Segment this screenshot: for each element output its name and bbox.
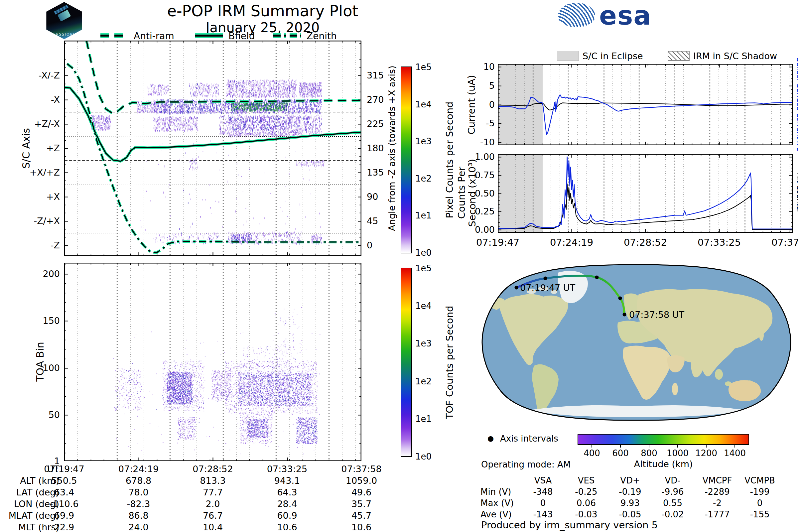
angle-axis-tick: 225 bbox=[367, 119, 384, 129]
tof-cb-tick: 1e1 bbox=[415, 414, 432, 424]
ephemeris-cell: 45.7 bbox=[352, 510, 372, 521]
ephemeris-cell: 813.3 bbox=[200, 475, 225, 486]
legend-zenith-label: Zenith bbox=[307, 31, 337, 41]
ephemeris-cell: 69.9 bbox=[54, 510, 74, 521]
ytick: 0 bbox=[461, 99, 495, 110]
toa-ytick: 1 bbox=[10, 456, 60, 466]
voltage-row-label: Max (V) bbox=[480, 498, 514, 508]
ephemeris-row-label: MLAT (deg) bbox=[0, 510, 59, 521]
ephemeris-cell: 77.7 bbox=[203, 487, 223, 497]
angle-axis-tick: 90 bbox=[367, 191, 378, 202]
antiram-line-sample-icon bbox=[100, 32, 129, 39]
ytick: -5 bbox=[461, 118, 495, 128]
sc-axis-ytick: +Z/-X bbox=[10, 119, 60, 129]
current-plot-canvas bbox=[498, 64, 793, 145]
track-start-label: 07:19:47 UT bbox=[520, 283, 575, 293]
ephemeris-cell: 24.0 bbox=[128, 522, 148, 532]
voltage-cell: -2289 bbox=[705, 487, 730, 497]
counts-plot-canvas bbox=[498, 154, 793, 233]
ephemeris-cell: 943.1 bbox=[274, 475, 300, 486]
tof-cb-tick: 1e2 bbox=[415, 376, 432, 386]
voltage-column-header: VCMPB bbox=[744, 475, 775, 486]
ytick: 5 bbox=[461, 80, 495, 91]
ephemeris-table: UT07:19:4707:24:1907:28:5207:33:2507:37:… bbox=[0, 464, 399, 532]
voltage-cell: 0 bbox=[540, 498, 546, 508]
tof-counts-colorbar bbox=[401, 268, 412, 457]
axis-intervals-label: Axis intervals bbox=[500, 434, 558, 443]
hit-counter-label: Hit Counter bbox=[795, 173, 798, 213]
altitude-bar-label: Altitude (km) bbox=[634, 459, 692, 469]
axis-interval-dot bbox=[619, 297, 622, 300]
voltage-column-header: VES bbox=[578, 475, 595, 486]
voltage-column-header: VD- bbox=[665, 475, 680, 486]
angle-axis-tick: 180 bbox=[367, 143, 384, 153]
ephemeris-cell: 64.3 bbox=[277, 487, 297, 497]
ephemeris-cell: -110.6 bbox=[50, 499, 78, 509]
ephemeris-cell: -82.3 bbox=[127, 499, 150, 509]
ground-track-map: 07:19:47 UT 07:37:58 UT bbox=[478, 263, 795, 422]
angle-axis-tick: 270 bbox=[367, 94, 384, 105]
ephemeris-cell: 07:28:52 bbox=[192, 464, 233, 474]
voltage-cell: 0 bbox=[757, 498, 763, 508]
ephemeris-cell: 22.9 bbox=[54, 522, 74, 532]
esa-logo: esa bbox=[599, 1, 652, 31]
ephemeris-cell: 550.5 bbox=[51, 475, 77, 486]
ytick: -10 bbox=[461, 137, 495, 147]
counts-xtick: 07:37:58 bbox=[772, 237, 798, 248]
voltage-cell: -1777 bbox=[705, 509, 730, 519]
altitude-tick: 1400 bbox=[724, 448, 746, 458]
pixel-cb-tick: 1e4 bbox=[415, 99, 432, 109]
angle-axis-tick: 315 bbox=[367, 70, 384, 80]
ephemeris-cell: 10.6 bbox=[277, 522, 297, 532]
voltage-cell: -0.19 bbox=[619, 487, 641, 497]
pixel-cb-tick: 1e1 bbox=[415, 210, 432, 221]
altitude-tickmark bbox=[735, 445, 735, 448]
axis-interval-dot bbox=[623, 313, 626, 317]
page-title: e-POP IRM Summary Plot bbox=[50, 2, 475, 20]
toa-ytick: 100 bbox=[10, 363, 60, 373]
voltage-row-label: Ave (V) bbox=[480, 509, 512, 519]
voltage-cell: -0.05 bbox=[619, 509, 641, 519]
toa-ylabel: TOA Bin bbox=[34, 342, 46, 381]
pixel-counts-colorbar bbox=[401, 66, 412, 253]
axis-intervals-dot-icon: ● bbox=[488, 434, 494, 442]
ephemeris-row-label: MLT (hrs) bbox=[0, 522, 59, 532]
toa-ytick: 150 bbox=[10, 316, 60, 326]
voltage-cell: 0.06 bbox=[576, 498, 596, 508]
altitude-tick: 800 bbox=[641, 448, 657, 458]
voltage-cell: -2 bbox=[713, 498, 722, 508]
ephemeris-row-label: LAT (deg) bbox=[0, 487, 59, 497]
tof-cb-tick: 1e0 bbox=[415, 452, 432, 461]
ephemeris-cell: 1059.0 bbox=[346, 475, 377, 486]
voltage-cell: -199 bbox=[750, 487, 770, 497]
axis-interval-dot bbox=[544, 277, 547, 280]
toa-ytick: 50 bbox=[10, 410, 60, 420]
voltage-cell: 9.93 bbox=[621, 498, 640, 508]
ephemeris-cell: 10.4 bbox=[203, 522, 223, 532]
tof-cb-tick: 1e3 bbox=[415, 339, 432, 348]
altitude-tickmark bbox=[649, 445, 649, 448]
altitude-colorbar bbox=[577, 434, 749, 445]
tof-cb-tick: 1e5 bbox=[415, 263, 432, 273]
sc-axis-ytick: -Z bbox=[10, 240, 60, 250]
ytick: 10 bbox=[461, 61, 495, 72]
voltage-cell: -0.02 bbox=[661, 509, 684, 519]
ytick: 1.00 bbox=[461, 152, 495, 162]
altitude-tickmark bbox=[591, 445, 592, 448]
counts-xtick: 07:33:25 bbox=[698, 237, 741, 248]
tof-cb-tick: 1e4 bbox=[415, 301, 432, 311]
voltage-column-header: VMCPF bbox=[702, 475, 732, 486]
toa-ytick: 200 bbox=[10, 269, 60, 279]
legend-eclipse-label: S/C in Eclipse bbox=[583, 51, 643, 61]
ephemeris-cell: 76.7 bbox=[203, 510, 223, 521]
sensor-current-x5-label: Sensor Surface Current x 5 bbox=[795, 58, 798, 152]
operating-mode-label: Operating mode: AM bbox=[481, 459, 571, 470]
pixel-cb-tick: 1e2 bbox=[415, 174, 432, 184]
voltage-cell: -143 bbox=[533, 509, 553, 519]
sc-axis-spectrogram-canvas bbox=[64, 41, 361, 256]
altitude-tick: 600 bbox=[612, 448, 629, 458]
sc-axis-ytick: -X/-Z bbox=[10, 70, 60, 80]
angle-axis-label: Angle from -Z axis (towards +X axis) bbox=[387, 65, 397, 231]
ephemeris-cell: 78.0 bbox=[128, 487, 148, 497]
axis-interval-dot bbox=[595, 276, 599, 279]
